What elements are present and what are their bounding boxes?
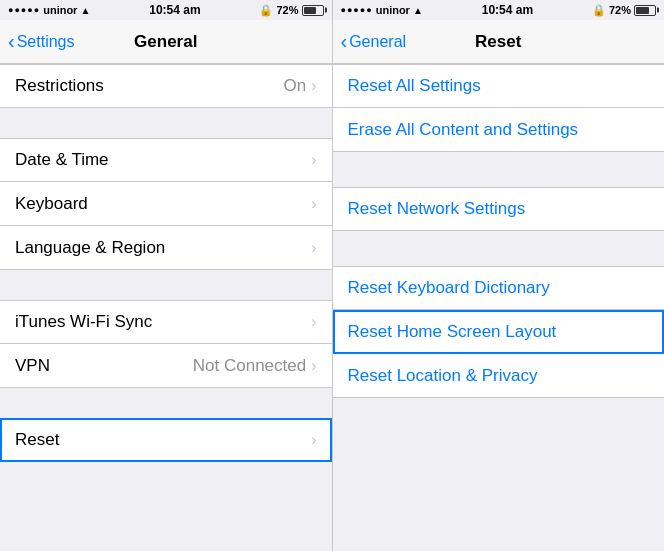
item-label-itunes: iTunes Wi-Fi Sync bbox=[15, 312, 311, 332]
battery-fill-right bbox=[636, 7, 649, 14]
gap-3 bbox=[0, 388, 332, 418]
chevron-reset: › bbox=[311, 431, 316, 449]
list-item-vpn[interactable]: VPN Not Connected › bbox=[0, 344, 332, 388]
list-item-reset[interactable]: Reset › bbox=[0, 418, 332, 462]
section-reset: Reset › bbox=[0, 418, 332, 462]
back-label-left: Settings bbox=[17, 33, 75, 51]
lock-icon-right: 🔒 bbox=[592, 4, 606, 17]
list-item-keyboard[interactable]: Keyboard › bbox=[0, 182, 332, 226]
back-button-left[interactable]: ‹ Settings bbox=[8, 33, 74, 51]
nav-bar-right: ‹ General Reset bbox=[333, 20, 665, 64]
section-restrictions: Restrictions On › bbox=[0, 64, 332, 108]
item-label-reset: Reset bbox=[15, 430, 311, 450]
list-item-restrictions[interactable]: Restrictions On › bbox=[0, 64, 332, 108]
wifi-icon: ▲ bbox=[80, 5, 90, 16]
item-label-reset-home-screen: Reset Home Screen Layout bbox=[348, 322, 650, 342]
nav-bar-left: ‹ Settings General bbox=[0, 20, 332, 64]
section-reset-group1: Reset All Settings Erase All Content and… bbox=[333, 64, 665, 152]
back-chevron-right: ‹ bbox=[341, 31, 348, 51]
chevron-itunes: › bbox=[311, 313, 316, 331]
item-value-vpn: Not Connected bbox=[193, 356, 306, 376]
lock-icon: 🔒 bbox=[259, 4, 273, 17]
carrier-left: uninor bbox=[43, 4, 77, 16]
nav-title-right: Reset bbox=[475, 32, 521, 52]
section-reset-group3: Reset Keyboard Dictionary Reset Home Scr… bbox=[333, 266, 665, 398]
status-bar-right: ●●●●● uninor ▲ 10:54 am 🔒 72% bbox=[333, 0, 665, 20]
list-item-reset-home-screen[interactable]: Reset Home Screen Layout bbox=[333, 310, 665, 354]
nav-title-left: General bbox=[134, 32, 197, 52]
item-label-reset-keyboard: Reset Keyboard Dictionary bbox=[348, 278, 650, 298]
status-bar-left: ●●●●● uninor ▲ 10:54 am 🔒 72% bbox=[0, 0, 332, 20]
chevron-language: › bbox=[311, 239, 316, 257]
gap-right-2 bbox=[333, 231, 665, 266]
section-itunes-vpn: iTunes Wi-Fi Sync › VPN Not Connected › bbox=[0, 300, 332, 388]
list-item-itunes[interactable]: iTunes Wi-Fi Sync › bbox=[0, 300, 332, 344]
item-label-reset-location: Reset Location & Privacy bbox=[348, 366, 650, 386]
item-label-keyboard: Keyboard bbox=[15, 194, 311, 214]
wifi-icon-right: ▲ bbox=[413, 5, 423, 16]
back-chevron-left: ‹ bbox=[8, 31, 15, 51]
chevron-restrictions: › bbox=[311, 77, 316, 95]
section-reset-group2: Reset Network Settings bbox=[333, 187, 665, 231]
signal-dots: ●●●●● bbox=[8, 5, 40, 15]
battery-icon-right bbox=[634, 5, 656, 16]
signal-dots-right: ●●●●● bbox=[341, 5, 373, 15]
list-item-reset-network[interactable]: Reset Network Settings bbox=[333, 187, 665, 231]
list-item-language[interactable]: Language & Region › bbox=[0, 226, 332, 270]
battery-pct-left: 72% bbox=[276, 4, 298, 16]
right-panel: ●●●●● uninor ▲ 10:54 am 🔒 72% ‹ General … bbox=[333, 0, 665, 551]
battery-pct-right: 72% bbox=[609, 4, 631, 16]
left-panel: ●●●●● uninor ▲ 10:54 am 🔒 72% ‹ Settings… bbox=[0, 0, 332, 551]
settings-list-left: Restrictions On › Date & Time › Keyboard… bbox=[0, 64, 332, 551]
gap-right-1 bbox=[333, 152, 665, 187]
battery-fill-left bbox=[304, 7, 317, 14]
list-item-reset-location[interactable]: Reset Location & Privacy bbox=[333, 354, 665, 398]
status-left-right: ●●●●● uninor ▲ bbox=[341, 4, 423, 16]
list-item-reset-keyboard[interactable]: Reset Keyboard Dictionary bbox=[333, 266, 665, 310]
chevron-date-time: › bbox=[311, 151, 316, 169]
gap-1 bbox=[0, 108, 332, 138]
item-label-erase-all: Erase All Content and Settings bbox=[348, 120, 650, 140]
item-value-restrictions: On bbox=[283, 76, 306, 96]
time-left: 10:54 am bbox=[149, 3, 200, 17]
gap-2 bbox=[0, 270, 332, 300]
carrier-right: uninor bbox=[376, 4, 410, 16]
item-label-reset-network: Reset Network Settings bbox=[348, 199, 650, 219]
chevron-vpn: › bbox=[311, 357, 316, 375]
list-item-reset-all-settings[interactable]: Reset All Settings bbox=[333, 64, 665, 108]
chevron-keyboard: › bbox=[311, 195, 316, 213]
status-left: ●●●●● uninor ▲ bbox=[8, 4, 90, 16]
item-label-reset-all-settings: Reset All Settings bbox=[348, 76, 650, 96]
item-label-restrictions: Restrictions bbox=[15, 76, 283, 96]
status-right-right: 🔒 72% bbox=[592, 4, 656, 17]
battery-icon-left bbox=[302, 5, 324, 16]
list-item-date-time[interactable]: Date & Time › bbox=[0, 138, 332, 182]
item-label-language: Language & Region bbox=[15, 238, 311, 258]
item-label-vpn: VPN bbox=[15, 356, 193, 376]
settings-list-right: Reset All Settings Erase All Content and… bbox=[333, 64, 665, 551]
section-date-time: Date & Time › Keyboard › Language & Regi… bbox=[0, 138, 332, 270]
time-right: 10:54 am bbox=[482, 3, 533, 17]
item-label-date-time: Date & Time bbox=[15, 150, 311, 170]
list-item-erase-all[interactable]: Erase All Content and Settings bbox=[333, 108, 665, 152]
back-button-right[interactable]: ‹ General bbox=[341, 33, 407, 51]
back-label-right: General bbox=[349, 33, 406, 51]
status-right-left: 🔒 72% bbox=[259, 4, 323, 17]
